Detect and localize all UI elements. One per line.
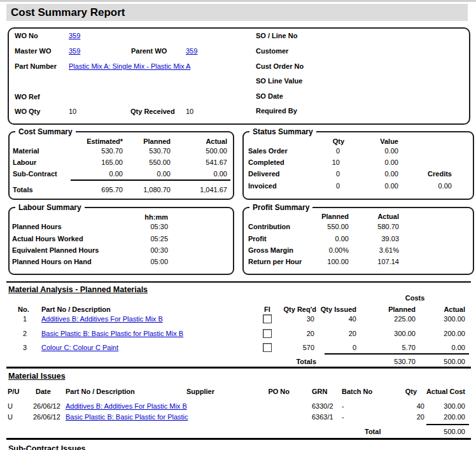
required-by-label: Required By (256, 107, 297, 115)
ma-row-part-link[interactable]: Colour C: Colour C Paint (41, 344, 118, 351)
mi-col-actual-cost: Actual Cost (420, 388, 465, 395)
profit-planned: 550.00 (304, 223, 349, 230)
parent-wo-label: Parent WO (131, 47, 167, 55)
status-row-label: Invoiced (248, 182, 277, 190)
profit-actual: 580.70 (354, 223, 399, 230)
ma-row-qty-issued: 0 (318, 344, 356, 351)
labour-row-label: Actual Hours Worked (12, 235, 83, 243)
part-number-link[interactable]: Plastic Mix A: Single Mix - Plastic Mix … (69, 62, 190, 70)
cost-row-label: Labour (13, 158, 36, 166)
ma-row-actual: 200.00 (420, 330, 465, 337)
report-title-bar: Cost Summary Report (6, 4, 468, 21)
cost-col-actual: Actual (167, 137, 227, 145)
ma-totals-label: Totals (274, 358, 316, 365)
section-divider (6, 438, 471, 440)
status-value: 0.00 (355, 182, 398, 190)
profit-planned: 100.00 (304, 258, 349, 265)
labour-value: 05:30 (121, 223, 168, 230)
cost-total: 1,080.70 (111, 186, 171, 193)
ma-row-qty-issued: 40 (318, 315, 356, 323)
ma-costs-header: Costs (396, 294, 434, 302)
ma-row-no: 1 (18, 315, 27, 323)
mi-col-grn: GRN (312, 388, 327, 395)
cost-cell: 541.67 (167, 158, 227, 166)
status-value: 0.00 (355, 158, 398, 166)
cost-cell: 550.00 (111, 158, 171, 166)
status-qty: 0 (305, 170, 340, 178)
labour-row-label: Planned Hours (12, 223, 62, 230)
ma-row-part-link[interactable]: Additives B: Additives For Plastic Mix B (41, 315, 163, 323)
mi-total-rule (426, 424, 469, 425)
parent-wo-link[interactable]: 359 (186, 47, 197, 55)
mi-col-part: Part No / Description (66, 388, 135, 395)
ma-row-part-link[interactable]: Basic Plastic B: Basic Plastic for Plast… (41, 330, 183, 337)
ma-row-qty-reqd: 30 (267, 315, 314, 323)
mi-row-actual-cost: 300.00 (420, 402, 465, 410)
status-row-label: Delivered (248, 170, 280, 178)
labour-value: 00:30 (121, 246, 168, 254)
mi-row-part-link[interactable]: Additives B: Additives For Plastic Mix B (66, 402, 187, 410)
mi-col-date: Date (36, 388, 51, 395)
labour-value: 05:00 (121, 258, 168, 265)
wo-ref-label: WO Ref (15, 93, 40, 101)
so-line-no-label: SO / Line No (256, 32, 297, 39)
ma-total-actual: 500.00 (420, 358, 465, 365)
mi-col-batch-no: Batch No (342, 388, 372, 395)
mi-row-qty: 40 (382, 402, 424, 410)
cost-summary-legend: Cost Summary (15, 128, 76, 136)
ma-row-qty-issued: 20 (318, 330, 356, 337)
top-edge-strip (0, 0, 476, 2)
so-date-label: SO Date (256, 92, 283, 100)
ma-col-part: Part No / Description (41, 306, 111, 313)
profit-row-label: Profit (248, 235, 267, 243)
wo-qty-label: WO Qty (15, 108, 40, 115)
ma-col-actual: Actual (420, 306, 465, 313)
material-analysis-heading: Material Analysis - Planned Materials (8, 285, 148, 294)
master-wo-link[interactable]: 359 (69, 47, 80, 55)
cost-totals-rule (71, 179, 230, 181)
ma-total-planned: 530.70 (372, 358, 416, 365)
cost-total: 1,041.67 (167, 186, 227, 193)
cust-order-no-label: Cust Order No (256, 62, 304, 70)
mi-row-date: 26/06/12 (33, 402, 60, 410)
wo-qty-value: 10 (69, 108, 76, 115)
section-divider (6, 281, 471, 283)
section-divider (6, 367, 471, 369)
qty-received-label: Qty Received (130, 108, 175, 115)
labour-row-label: Equivalent Planned Hours (12, 246, 99, 254)
labour-row-label: Planned Hours on Hand (12, 258, 92, 265)
cost-row-label: Material (13, 147, 39, 155)
ma-row-no: 3 (18, 344, 27, 351)
so-line-value-label: SO Line Value (256, 77, 302, 85)
ma-col-qty-issued: Qty Issued (318, 306, 356, 313)
mi-row-part-link[interactable]: Basic Plastic B: Basic Plastic for Plast… (66, 413, 188, 421)
mi-col-po-no: PO No (264, 388, 290, 395)
cost-row-label: Sub-Contract (13, 170, 57, 178)
ma-row-qty-reqd: 570 (267, 344, 314, 351)
mi-row-batch: - (342, 413, 344, 421)
mi-row-pu: U (8, 413, 13, 421)
status-row-label: Sales Order (248, 147, 288, 155)
mi-col-supplier: Supplier (186, 388, 214, 395)
status-col-qty: Qty (305, 137, 344, 145)
ma-col-qty-reqd: Qty Req'd (267, 306, 316, 313)
mi-row-grn: 6330/2 (312, 402, 333, 410)
page-title: Cost Summary Report (6, 4, 468, 21)
work-order-info-box (8, 27, 470, 125)
mi-total-label: Total (365, 428, 381, 435)
cost-totals-label: Totals (13, 186, 33, 193)
mi-row-date: 26/06/12 (33, 413, 60, 421)
profit-planned: 0.00 (304, 235, 349, 243)
wo-no-label: WO No (15, 32, 38, 39)
labour-summary-legend: Labour Summary (15, 204, 85, 212)
status-credits-label: Credits (406, 170, 452, 178)
status-col-value: Value (355, 137, 398, 145)
mi-row-batch: - (342, 402, 344, 410)
wo-no-link[interactable]: 359 (69, 32, 80, 39)
mi-col-pu: P/U (8, 388, 19, 395)
ma-row-planned: 225.00 (372, 315, 416, 323)
mi-row-qty: 20 (382, 413, 424, 421)
status-qty: 10 (305, 158, 340, 166)
ma-row-actual: 0.00 (420, 344, 465, 351)
ma-totals-rule (325, 353, 469, 355)
